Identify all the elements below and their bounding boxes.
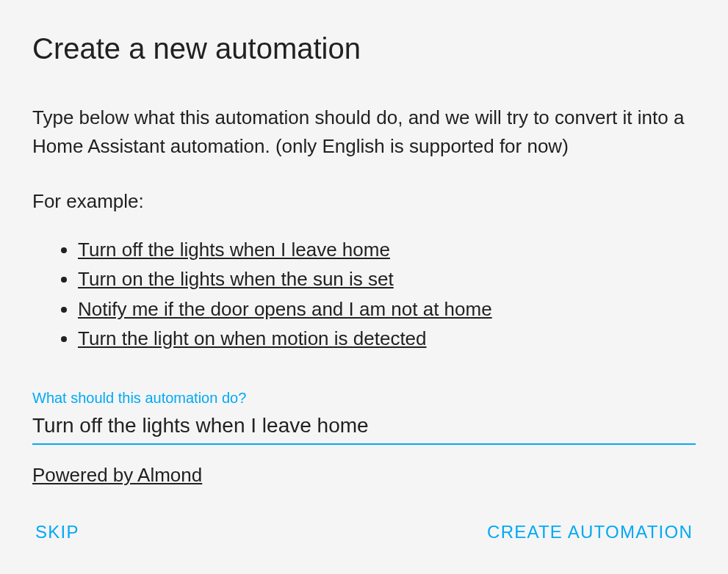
dialog-title: Create a new automation — [32, 32, 696, 65]
skip-button[interactable]: SKIP — [32, 516, 82, 548]
list-item: Turn off the lights when I leave home — [78, 235, 696, 264]
powered-by-link[interactable]: Powered by Almond — [32, 464, 202, 487]
list-item: Turn the light on when motion is detecte… — [78, 324, 696, 353]
automation-input[interactable] — [32, 411, 696, 445]
create-automation-button[interactable]: CREATE AUTOMATION — [484, 516, 696, 548]
example-link[interactable]: Notify me if the door opens and I am not… — [78, 298, 492, 320]
dialog-description: Type below what this automation should d… — [32, 103, 696, 161]
examples-list: Turn off the lights when I leave home Tu… — [32, 235, 696, 353]
example-link[interactable]: Turn on the lights when the sun is set — [78, 268, 394, 290]
examples-label: For example: — [32, 190, 696, 213]
input-label: What should this automation do? — [32, 390, 696, 407]
example-link[interactable]: Turn off the lights when I leave home — [78, 239, 390, 261]
input-group: What should this automation do? — [32, 390, 696, 445]
example-link[interactable]: Turn the light on when motion is detecte… — [78, 327, 427, 349]
list-item: Notify me if the door opens and I am not… — [78, 294, 696, 324]
list-item: Turn on the lights when the sun is set — [78, 264, 696, 294]
button-row: SKIP CREATE AUTOMATION — [32, 516, 696, 548]
